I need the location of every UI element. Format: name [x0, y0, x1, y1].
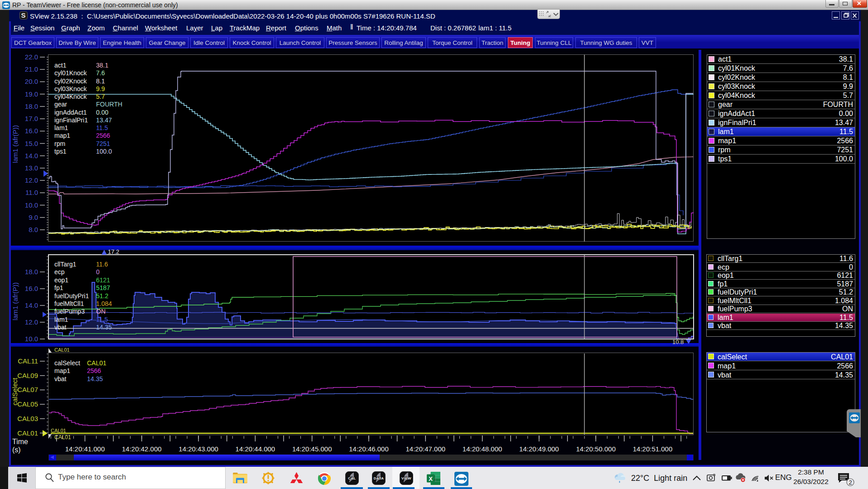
svg-text:2: 2 [849, 479, 852, 486]
svg-text:X: X [429, 475, 433, 482]
